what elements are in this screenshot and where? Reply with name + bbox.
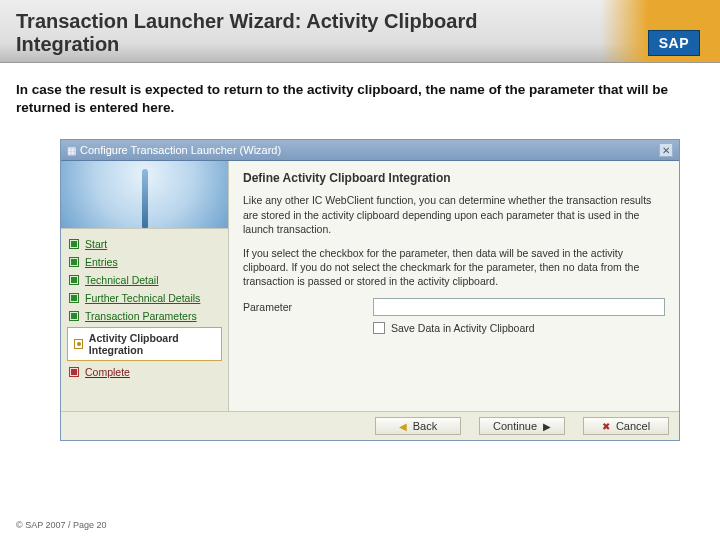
sidebar-banner-image [61,161,228,229]
parameter-label: Parameter [243,301,363,313]
wizard-sidebar: Start Entries Technical Detail Further T… [61,161,229,411]
panel-heading: Define Activity Clipboard Integration [243,171,665,185]
step-start[interactable]: Start [61,235,228,253]
step-label: Complete [85,366,130,378]
step-transaction-parameters[interactable]: Transaction Parameters [61,307,228,325]
wizard-footer: ◀ Back Continue ▶ ✖ Cancel [61,411,679,440]
cancel-button-label: Cancel [616,420,650,432]
close-icon[interactable]: ✕ [659,143,673,157]
sap-logo: SAP [648,30,700,56]
panel-paragraph-1: Like any other IC WebClient function, yo… [243,193,665,236]
save-data-checkbox-row: Save Data in Activity Clipboard [373,322,665,334]
continue-button-label: Continue [493,420,537,432]
parameter-field-row: Parameter [243,298,665,316]
check-icon [69,239,79,249]
step-technical-detail[interactable]: Technical Detail [61,271,228,289]
parameter-input[interactable] [373,298,665,316]
step-complete[interactable]: Complete [61,363,228,381]
cancel-button[interactable]: ✖ Cancel [583,417,669,435]
wizard-titlebar: Configure Transaction Launcher (Wizard) … [61,140,679,161]
back-button[interactable]: ◀ Back [375,417,461,435]
step-label: Technical Detail [85,274,159,286]
step-activity-clipboard-integration[interactable]: Activity Clipboard Integration [67,327,222,361]
wizard-title: Configure Transaction Launcher (Wizard) [67,144,281,156]
step-label: Entries [85,256,118,268]
step-label: Start [85,238,107,250]
page-title: Transaction Launcher Wizard: Activity Cl… [16,10,536,56]
wizard-main-panel: Define Activity Clipboard Integration Li… [229,161,679,411]
cancel-icon: ✖ [602,421,610,432]
panel-paragraph-2: If you select the checkbox for the param… [243,246,665,289]
back-arrow-icon: ◀ [399,421,407,432]
wizard-window: Configure Transaction Launcher (Wizard) … [60,139,680,441]
current-step-icon [74,339,83,349]
wizard-steps-list: Start Entries Technical Detail Further T… [61,229,228,387]
intro-text: In case the result is expected to return… [0,63,720,125]
continue-arrow-icon: ▶ [543,421,551,432]
slide-title-bar: Transaction Launcher Wizard: Activity Cl… [0,0,720,63]
continue-button[interactable]: Continue ▶ [479,417,565,435]
check-icon [69,293,79,303]
step-label: Transaction Parameters [85,310,197,322]
pending-icon [69,367,79,377]
check-icon [69,257,79,267]
step-further-technical-details[interactable]: Further Technical Details [61,289,228,307]
save-data-checkbox-label: Save Data in Activity Clipboard [391,322,535,334]
back-button-label: Back [413,420,437,432]
save-data-checkbox[interactable] [373,322,385,334]
step-entries[interactable]: Entries [61,253,228,271]
step-label: Activity Clipboard Integration [89,332,215,356]
copyright-text: © SAP 2007 / Page 20 [16,520,107,530]
check-icon [69,311,79,321]
check-icon [69,275,79,285]
step-label: Further Technical Details [85,292,200,304]
